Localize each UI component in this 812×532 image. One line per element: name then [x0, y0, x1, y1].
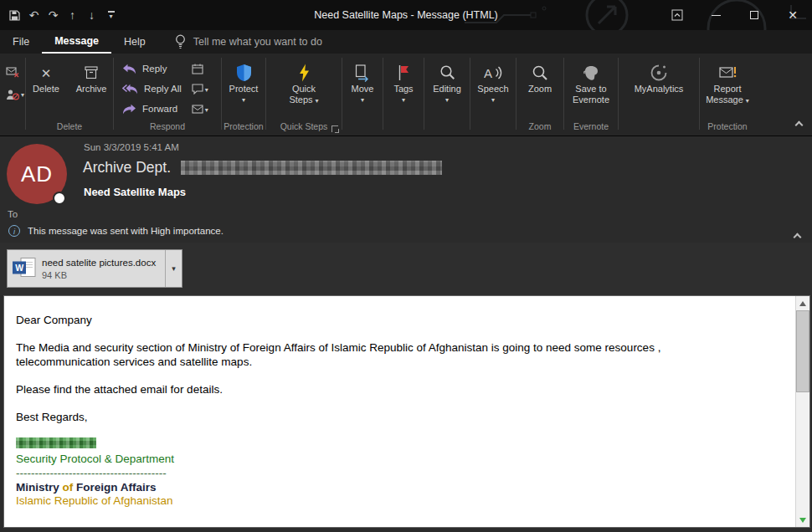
- delete-icon: ✕: [41, 67, 52, 79]
- ribbon-group-myanalytics: MyAnalytics: [619, 54, 699, 136]
- report-message-button[interactable]: Report Message ▾: [700, 54, 755, 121]
- zoom-button[interactable]: Zoom: [516, 54, 563, 121]
- ribbon-group-tags: Tags ▾: [383, 54, 424, 136]
- quick-steps-dialog-launcher[interactable]: [331, 125, 338, 132]
- chevron-up-icon: [795, 121, 804, 130]
- meeting-button[interactable]: [192, 59, 208, 79]
- down-arrow-icon: ↓: [89, 8, 95, 22]
- reply-all-label: Reply All: [144, 84, 182, 94]
- to-label: To: [8, 209, 18, 219]
- quick-steps-button[interactable]: Quick Steps ▾: [266, 54, 342, 121]
- signature-ministry-word: Ministry: [16, 481, 63, 494]
- protect-button[interactable]: Protect ▾: [222, 54, 265, 121]
- svg-text:W: W: [15, 263, 23, 273]
- redo-icon: ↷: [49, 8, 59, 22]
- ribbon-display-options-button[interactable]: [658, 0, 696, 30]
- archive-icon: [85, 66, 98, 79]
- group-label-quick-steps: Quick Steps: [266, 121, 342, 136]
- im-chat-icon: [192, 84, 203, 95]
- reply-all-button[interactable]: Reply All: [122, 79, 182, 99]
- sender-avatar[interactable]: AD: [7, 144, 67, 204]
- customize-quick-access-button[interactable]: ▾: [101, 4, 121, 26]
- sender-name[interactable]: Archive Dept.: [83, 159, 171, 176]
- signature-department: Security Protocol & Department: [16, 452, 786, 466]
- tell-me-box[interactable]: Tell me what you want to do: [175, 30, 322, 54]
- close-button[interactable]: ✕: [773, 0, 812, 30]
- move-button[interactable]: Move ▾: [342, 54, 383, 121]
- body-paragraph-2: Please find the attached email for detai…: [16, 382, 736, 396]
- archive-button[interactable]: Archive: [70, 54, 112, 121]
- tags-button[interactable]: Tags ▾: [383, 54, 424, 121]
- ribbon-group-editing: Editing ▾: [424, 54, 470, 136]
- save-icon: [9, 10, 20, 21]
- undo-button[interactable]: ↶: [24, 4, 44, 26]
- tell-me-label: Tell me what you want to do: [193, 36, 322, 48]
- ribbon-group-respond: Reply Reply All Forward: [114, 54, 221, 136]
- signature-divider: ----------------------------------------: [16, 466, 786, 480]
- im-button[interactable]: ▾: [192, 79, 208, 99]
- ribbon-group-ignore-junk: ▾: [0, 54, 25, 136]
- sender-line: Archive Dept.: [83, 159, 442, 176]
- ribbon-display-options-icon: [671, 9, 683, 21]
- junk-button[interactable]: ▾: [6, 83, 24, 105]
- signature-country: Islamic Republic of Afghanistan: [16, 494, 786, 508]
- greeting: Dear Company: [16, 313, 736, 327]
- attachment-dropdown-button[interactable]: ▾: [165, 250, 182, 287]
- move-label: Move: [352, 84, 374, 95]
- scroll-down-button[interactable]: [796, 513, 809, 527]
- tab-message[interactable]: Message: [42, 30, 111, 54]
- save-button[interactable]: [5, 4, 24, 26]
- quick-access-toolbar: ↶ ↷ ↑ ↓ ▾: [5, 0, 121, 30]
- group-label-respond: Respond: [114, 121, 221, 136]
- message-body: Dear Company The Media and security sect…: [3, 295, 810, 528]
- save-to-evernote-button[interactable]: Save to Evernote: [564, 54, 618, 121]
- collapse-ribbon-button[interactable]: [796, 116, 802, 131]
- quick-steps-caret-icon: ▾: [316, 97, 319, 105]
- junk-caret-icon: ▾: [21, 91, 24, 99]
- next-item-button[interactable]: ↓: [82, 4, 101, 26]
- reply-button[interactable]: Reply: [122, 59, 182, 79]
- delete-button[interactable]: ✕ Delete: [27, 54, 65, 121]
- ribbon-group-evernote: Save to Evernote Evernote: [564, 54, 618, 136]
- ignore-button[interactable]: [6, 60, 24, 83]
- myanalytics-label: MyAnalytics: [635, 84, 684, 95]
- editing-button[interactable]: Editing ▾: [424, 54, 470, 121]
- more-respond-button[interactable]: ▾: [192, 99, 208, 119]
- attachment-chip[interactable]: W need satelite pictures.docx 94 KB ▾: [7, 249, 182, 288]
- flag-icon: [398, 64, 409, 81]
- forward-button[interactable]: Forward: [122, 99, 182, 119]
- redo-button[interactable]: ↷: [44, 4, 63, 26]
- signature-ministry-of: of: [63, 481, 74, 494]
- attachment-size: 94 KB: [42, 270, 165, 280]
- tab-file[interactable]: File: [0, 30, 42, 54]
- info-icon: i: [8, 225, 20, 237]
- meeting-calendar-icon: [192, 64, 203, 74]
- im-caret-icon: ▾: [205, 86, 208, 94]
- sender-email-redacted: [181, 161, 442, 175]
- maximize-icon: [750, 11, 758, 19]
- forward-label: Forward: [142, 104, 177, 114]
- quick-steps-label-line2: Steps: [289, 95, 312, 105]
- report-label-line1: Report: [713, 84, 741, 95]
- move-icon: [355, 64, 370, 82]
- ribbon-tabs-bar: File Message Help Tell me what you want …: [0, 30, 812, 54]
- scroll-up-button[interactable]: [796, 296, 809, 310]
- speech-button[interactable]: A Speech ▾: [470, 54, 516, 121]
- message-header: AD Sun 3/3/2019 5:41 AM Archive Dept. Ne…: [0, 136, 812, 243]
- scrollbar-thumb[interactable]: [796, 310, 809, 392]
- closing: Best Regards,: [16, 410, 736, 424]
- previous-item-button[interactable]: ↑: [63, 4, 82, 26]
- tab-help[interactable]: Help: [111, 30, 158, 54]
- myanalytics-button[interactable]: MyAnalytics: [619, 54, 699, 121]
- maximize-button[interactable]: [735, 0, 773, 30]
- report-label-line2: Message: [706, 95, 743, 105]
- editing-caret-icon: ▾: [445, 96, 449, 104]
- collapse-header-button[interactable]: [794, 228, 800, 243]
- ribbon-group-protection: Protect ▾ Protection: [222, 54, 265, 136]
- scrollbar[interactable]: [795, 296, 809, 527]
- minimize-button[interactable]: [696, 0, 735, 30]
- message-date: Sun 3/3/2019 5:41 AM: [84, 142, 179, 152]
- ignore-icon: [6, 66, 19, 78]
- undo-icon: ↶: [29, 8, 39, 22]
- attachment-meta: need satelite pictures.docx 94 KB: [37, 258, 165, 280]
